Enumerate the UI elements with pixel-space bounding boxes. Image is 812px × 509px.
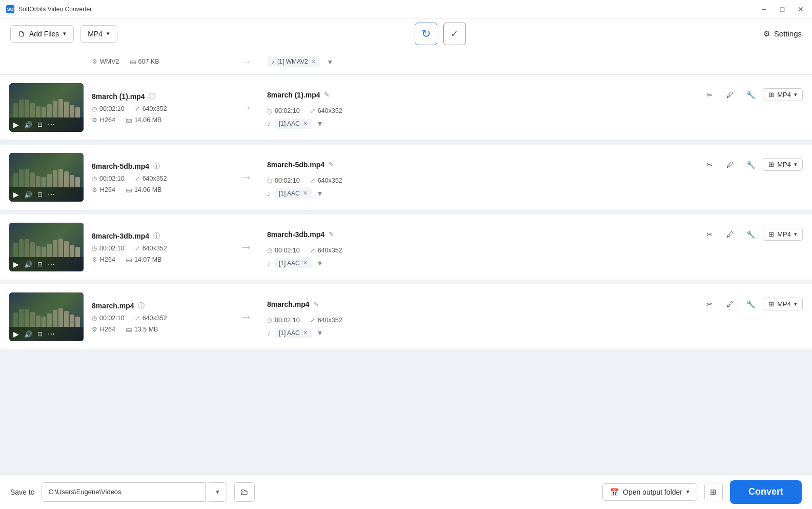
audio-tag-file2: [1] AAC ✕ [275,188,312,199]
play-icon[interactable]: ▶ [13,121,19,129]
audio-dropdown-button-file2[interactable]: ▾ [318,188,322,198]
audio-dropdown-button-file1[interactable]: ▾ [318,119,322,128]
edit-icon-file1[interactable]: ✎ [324,91,330,99]
convert-arrow-icon: → [233,100,259,115]
file-info-file4: 8march.mp4 ⓘ ◷ 00:02:10 ⤢ 640x352 ⚙ [92,301,225,333]
audio-dropdown-button-file3[interactable]: ▾ [318,258,322,268]
codec-value: H264 [100,326,115,333]
save-path-dropdown-button[interactable]: ▾ [209,482,227,502]
output-format-button-file4[interactable]: ⊞ MP4 ▾ [763,298,803,310]
more-icon[interactable]: ⋯ [48,260,55,268]
duration-value: 00:02:10 [99,245,125,252]
more-icon[interactable]: ⋯ [48,330,55,338]
close-button[interactable]: ✕ [796,4,806,14]
audio-tag-remove-button-file2[interactable]: ✕ [303,190,308,197]
edit-button-file4[interactable]: 🖊 [722,296,738,312]
out-duration-icon: ◷ [267,107,272,114]
codec-value: H264 [100,186,115,193]
settings-button-file2[interactable]: 🔧 [742,156,759,173]
duration-value: 00:02:10 [99,105,125,112]
output-format-button-file3[interactable]: ⊞ MP4 ▾ [763,228,803,241]
volume-icon[interactable]: 🔊 [24,121,32,129]
crop-icon[interactable]: ⊡ [37,121,43,128]
crop-icon[interactable]: ⊡ [37,330,43,338]
title-bar-left: SO SoftOrbits Video Converter [6,5,92,13]
convert-button[interactable]: Convert [730,480,802,504]
audio-tag-file3: [1] AAC ✕ [275,258,312,268]
trim-button-file3[interactable]: ✂ [701,226,718,243]
output-format-button-file1[interactable]: ⊞ MP4 ▾ [763,88,803,101]
file-name-file2: 8march-5db.mp4 [92,162,149,170]
out-resolution-value: 640x352 [318,107,342,114]
table-row: ▶ 🔊 ⊡ ⋯ 8march-5db.mp4 ⓘ ◷ 00:02:10 [0,145,812,210]
output-name-file2: 8march-5db.mp4 [267,161,324,169]
title-bar: SO SoftOrbits Video Converter − □ ✕ [0,0,812,18]
info-icon-file3[interactable]: ⓘ [153,231,160,241]
audio-tag-remove-button-file3[interactable]: ✕ [303,260,308,266]
info-icon-file1[interactable]: ⓘ [149,92,155,101]
thumbnail-file4: ▶ 🔊 ⊡ ⋯ [9,292,84,341]
check-button[interactable]: ✓ [443,23,466,45]
file-info-file3: 8march-3db.mp4 ⓘ ◷ 00:02:10 ⤢ 640x352 ⚙ [92,231,225,263]
info-icon-file4[interactable]: ⓘ [138,301,145,310]
info-icon-file2[interactable]: ⓘ [153,162,160,171]
settings-button-file3[interactable]: 🔧 [742,226,759,243]
out-resolution-icon: ⤢ [310,177,315,184]
edit-icon-file4[interactable]: ✎ [313,300,319,308]
edit-button-file3[interactable]: 🖊 [722,226,738,243]
save-path-input[interactable] [42,482,206,502]
settings-button-file4[interactable]: 🔧 [742,296,759,312]
browse-folder-button[interactable]: 🗁 [234,482,255,502]
play-icon[interactable]: ▶ [13,330,19,338]
crop-icon[interactable]: ⊡ [37,261,43,268]
output-format-button-file2[interactable]: ⊞ MP4 ▾ [763,158,803,171]
audio-track-value: [1] AAC [279,329,300,337]
edit-icon-file3[interactable]: ✎ [329,230,334,238]
add-files-button[interactable]: 🗋 Add Files ▾ [10,25,74,43]
audio-tag-remove-button-file1[interactable]: ✕ [303,120,308,127]
format-chevron-icon: ▾ [107,30,110,37]
convert-label: Convert [748,486,783,497]
audio-dropdown-button-file4[interactable]: ▾ [318,328,322,338]
minimize-button[interactable]: − [759,4,769,14]
file-name-file4: 8march.mp4 [92,302,134,310]
settings-button-file1[interactable]: 🔧 [742,87,759,103]
audio-tag-remove-button[interactable]: ✕ [311,58,316,65]
more-icon[interactable]: ⋯ [48,121,55,129]
codec-value: H264 [100,116,115,124]
save-to-label: Save to [10,488,34,496]
play-icon[interactable]: ▶ [13,190,19,199]
crop-icon[interactable]: ⊡ [37,191,43,198]
format-chevron-icon: ▾ [794,301,797,307]
output-info-file4: 8march.mp4 ✎ ✂ 🖊 🔧 ⊞ MP4 ▾ [267,296,803,338]
open-output-button[interactable]: 📅 Open output folder ▾ [602,483,697,501]
grid-view-button[interactable]: ⊞ [704,483,723,501]
out-duration-icon: ◷ [267,247,272,254]
volume-icon[interactable]: 🔊 [24,261,32,268]
output-info-file1: 8march (1).mp4 ✎ ✂ 🖊 🔧 ⊞ MP4 ▾ [267,87,803,129]
volume-icon[interactable]: 🔊 [24,330,32,338]
edit-button-file2[interactable]: 🖊 [722,156,738,173]
maximize-button[interactable]: □ [777,4,787,14]
format-selector-button[interactable]: MP4 ▾ [80,25,117,43]
audio-dropdown-button[interactable]: ▾ [328,57,332,67]
edit-button-file1[interactable]: 🖊 [722,87,738,103]
filesize-value: 14.06 MB [134,186,162,193]
audio-track-value: [1] AAC [279,120,300,127]
trim-button-file4[interactable]: ✂ [701,296,718,312]
settings-button[interactable]: ⚙ Settings [763,29,802,38]
refresh-button[interactable]: ↻ [415,23,437,45]
edit-icon-file2[interactable]: ✎ [329,161,334,168]
folder-icon: 🗁 [240,487,249,497]
volume-icon[interactable]: 🔊 [24,191,32,199]
audio-tag-remove-button-file4[interactable]: ✕ [303,329,308,336]
trim-button-file2[interactable]: ✂ [701,156,718,173]
more-icon[interactable]: ⋯ [48,190,55,199]
trim-button-file1[interactable]: ✂ [701,87,718,103]
out-resolution-value: 640x352 [318,177,342,184]
play-icon[interactable]: ▶ [13,260,19,268]
calendar-icon: 📅 [610,488,619,496]
audio-tag: ♪ [1] WMAV2 ✕ [267,56,320,67]
music-note-icon: ♪ [271,58,274,65]
open-output-chevron-icon: ▾ [686,488,689,495]
